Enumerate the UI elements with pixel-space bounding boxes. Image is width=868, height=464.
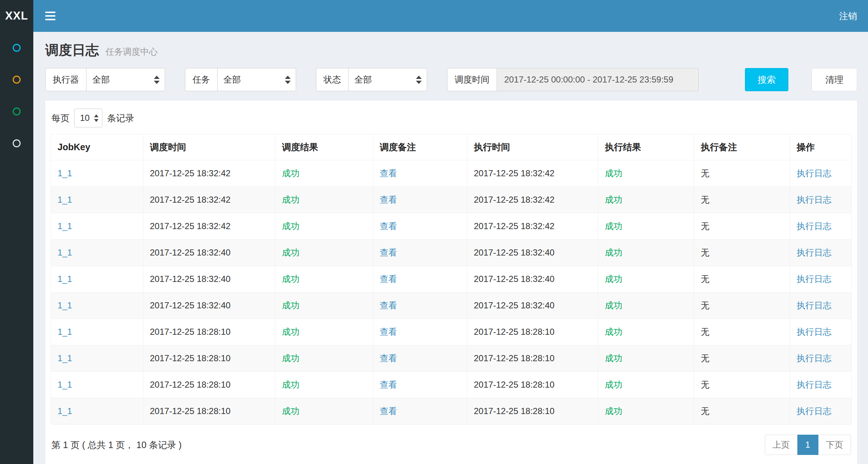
search-button[interactable]: 搜索 [745, 68, 788, 91]
exec-log-link[interactable]: 执行日志 [797, 221, 831, 231]
exec-log-link[interactable]: 执行日志 [797, 327, 831, 337]
trigger-result-cell: 成功 [275, 319, 373, 345]
jobkey-link[interactable]: 1_1 [58, 380, 72, 389]
status-select-value: 全部 [354, 74, 372, 85]
job-select[interactable]: 全部 [217, 68, 296, 91]
jobkey-link[interactable]: 1_1 [58, 195, 72, 204]
handle-result-cell: 成功 [598, 398, 694, 425]
trigger-msg-link[interactable]: 查看 [380, 380, 397, 389]
jobkey-link[interactable]: 1_1 [58, 221, 72, 231]
column-header-trigger-time: 调度时间 [143, 134, 275, 160]
trigger-msg-link[interactable]: 查看 [380, 406, 397, 416]
filter-bar: 执行器 全部 任务 全部 状态 全部 [45, 68, 857, 91]
handle-time-cell: 2017-12-25 18:32:40 [467, 292, 598, 319]
action-cell: 执行日志 [790, 160, 852, 187]
trigger-msg-link[interactable]: 查看 [380, 168, 397, 178]
trigger-msg-link[interactable]: 查看 [380, 274, 397, 284]
table-row: 1_1 2017-12-25 18:32:42 成功 查看 2017-12-25… [51, 187, 852, 213]
jobkey-link[interactable]: 1_1 [58, 248, 72, 257]
action-cell: 执行日志 [790, 213, 852, 240]
status-select[interactable]: 全部 [348, 68, 427, 91]
trigger-time-cell: 2017-12-25 18:28:10 [143, 319, 275, 345]
action-cell: 执行日志 [790, 319, 852, 345]
jobkey-cell: 1_1 [51, 398, 143, 425]
log-table: JobKey 调度时间 调度结果 调度备注 执行时间 执行结果 执行备注 操作 [51, 134, 852, 425]
trigger-msg-link[interactable]: 查看 [380, 327, 397, 337]
prev-page-button[interactable]: 上页 [765, 435, 797, 455]
exec-log-link[interactable]: 执行日志 [797, 274, 831, 284]
page-size-suffix-label: 条记录 [107, 112, 134, 124]
sidebar-item-3-circle-icon[interactable] [13, 107, 21, 115]
table-footer: 第 1 页 ( 总共 1 页， 10 条记录 ) 上页 1 下页 [51, 425, 852, 455]
exec-log-link[interactable]: 执行日志 [797, 168, 831, 178]
jobkey-cell: 1_1 [51, 319, 143, 345]
page-size-row: 每页 10 条记录 [51, 106, 852, 134]
trigger-time-cell: 2017-12-25 18:28:10 [143, 372, 275, 398]
handle-result-cell: 成功 [598, 345, 694, 372]
exec-log-link[interactable]: 执行日志 [797, 195, 831, 204]
table-row: 1_1 2017-12-25 18:28:10 成功 查看 2017-12-25… [51, 398, 852, 425]
log-table-panel: 每页 10 条记录 JobKey 调度时间 调度结果 调度备 [45, 101, 857, 464]
table-row: 1_1 2017-12-25 18:32:40 成功 查看 2017-12-25… [51, 266, 852, 292]
jobkey-link[interactable]: 1_1 [58, 353, 72, 363]
handle-time-cell: 2017-12-25 18:32:42 [467, 160, 598, 187]
select-arrows-icon [409, 76, 422, 84]
exec-log-link[interactable]: 执行日志 [797, 380, 831, 389]
next-page-button[interactable]: 下页 [818, 435, 851, 455]
job-filter-group: 任务 全部 [185, 68, 296, 91]
trigger-time-cell: 2017-12-25 18:28:10 [143, 398, 275, 425]
jobkey-link[interactable]: 1_1 [58, 300, 72, 310]
table-row: 1_1 2017-12-25 18:32:40 成功 查看 2017-12-25… [51, 240, 852, 266]
handle-result-cell: 成功 [598, 213, 694, 240]
exec-log-link[interactable]: 执行日志 [797, 300, 831, 310]
handle-time-cell: 2017-12-25 18:32:40 [467, 240, 598, 266]
page-header: 调度日志 任务调度中心 [45, 32, 857, 67]
trigger-msg-link[interactable]: 查看 [380, 353, 397, 363]
jobkey-link[interactable]: 1_1 [58, 168, 72, 178]
sidebar-item-2-circle-icon[interactable] [13, 76, 21, 84]
handle-time-cell: 2017-12-25 18:28:10 [467, 319, 598, 345]
executor-select[interactable]: 全部 [86, 68, 165, 91]
clear-button[interactable]: 清理 [812, 68, 857, 91]
exec-log-link[interactable]: 执行日志 [797, 406, 831, 416]
logout-link[interactable]: 注销 [828, 0, 868, 32]
current-page-button[interactable]: 1 [797, 435, 818, 455]
handle-msg-cell: 无 [694, 319, 790, 345]
handle-result-cell: 成功 [598, 240, 694, 266]
page-subtitle: 任务调度中心 [105, 47, 157, 56]
app-logo[interactable]: XXL [0, 0, 33, 32]
jobkey-link[interactable]: 1_1 [58, 406, 72, 416]
job-select-value: 全部 [223, 74, 241, 85]
sidebar-toggle-icon[interactable] [36, 0, 64, 32]
handle-msg-cell: 无 [694, 266, 790, 292]
trigger-msg-cell: 查看 [373, 213, 467, 240]
trigger-msg-link[interactable]: 查看 [380, 300, 397, 310]
trigger-msg-link[interactable]: 查看 [380, 248, 397, 257]
jobkey-cell: 1_1 [51, 292, 143, 319]
select-arrows-icon [90, 114, 98, 122]
trigger-time-input[interactable]: 2017-12-25 00:00:00 - 2017-12-25 23:59:5… [497, 68, 699, 91]
select-arrows-icon [278, 76, 291, 84]
table-body: 1_1 2017-12-25 18:32:42 成功 查看 2017-12-25… [51, 160, 852, 425]
sidebar-item-1-circle-icon[interactable] [13, 44, 21, 52]
jobkey-link[interactable]: 1_1 [58, 327, 72, 337]
trigger-msg-link[interactable]: 查看 [380, 195, 397, 204]
exec-log-link[interactable]: 执行日志 [797, 353, 831, 363]
executor-label: 执行器 [45, 68, 86, 91]
exec-log-link[interactable]: 执行日志 [797, 248, 831, 257]
jobkey-link[interactable]: 1_1 [58, 274, 72, 284]
table-header-row: JobKey 调度时间 调度结果 调度备注 执行时间 执行结果 执行备注 操作 [51, 134, 852, 160]
sidebar-item-4-circle-icon[interactable] [13, 139, 21, 147]
topbar: XXL 注销 [0, 0, 868, 32]
handle-result-cell: 成功 [598, 319, 694, 345]
trigger-msg-cell: 查看 [373, 266, 467, 292]
trigger-time-filter-group: 调度时间 2017-12-25 00:00:00 - 2017-12-25 23… [447, 68, 699, 91]
table-row: 1_1 2017-12-25 18:32:42 成功 查看 2017-12-25… [51, 213, 852, 240]
handle-time-cell: 2017-12-25 18:28:10 [467, 398, 598, 425]
handle-msg-cell: 无 [694, 240, 790, 266]
page-size-select[interactable]: 10 [74, 109, 102, 127]
table-row: 1_1 2017-12-25 18:32:40 成功 查看 2017-12-25… [51, 292, 852, 319]
handle-msg-cell: 无 [694, 160, 790, 187]
status-label: 状态 [316, 68, 348, 91]
trigger-msg-link[interactable]: 查看 [380, 221, 397, 231]
